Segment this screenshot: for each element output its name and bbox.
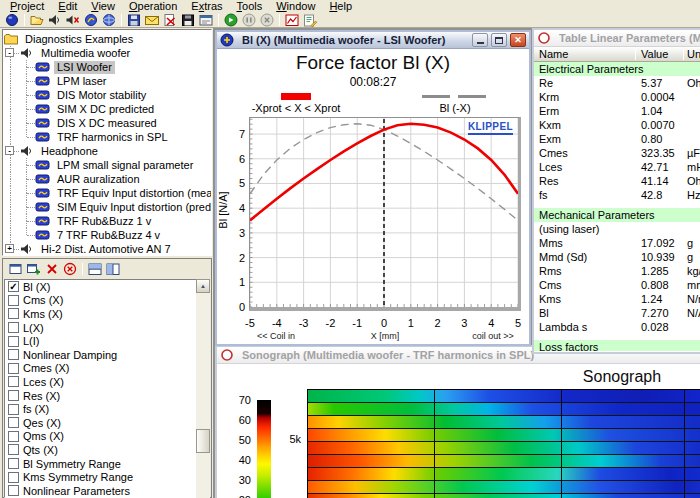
legend-swatch-solid-red[interactable] (281, 93, 311, 100)
split-horizontal-icon[interactable] (86, 262, 104, 277)
table-row[interactable]: Cms0.808mm/N (534, 278, 700, 292)
curve-item-cmes-x-[interactable]: Cmes (X) (5, 362, 197, 376)
scroll-up-button[interactable]: ▲ (196, 279, 210, 293)
window-add-icon[interactable] (25, 262, 43, 277)
column-separator[interactable] (635, 49, 636, 60)
tree-expander[interactable]: - (5, 146, 14, 155)
delete-red-x-icon[interactable] (43, 262, 61, 277)
checkbox-unchecked[interactable] (8, 363, 19, 374)
menu-help[interactable]: Help (322, 0, 359, 13)
curve-item-qts-x-[interactable]: Qts (X) (5, 443, 197, 457)
run-icon[interactable] (222, 13, 240, 28)
tree-expander[interactable]: - (5, 48, 14, 57)
table-row[interactable]: (using laser) (534, 222, 700, 236)
curve-item-qes-x-[interactable]: Qes (X) (5, 416, 197, 430)
menu-project[interactable]: Project (3, 0, 51, 13)
checkbox-unchecked[interactable] (8, 458, 19, 469)
column-header-value[interactable]: Value (641, 48, 668, 60)
table-row[interactable]: Exm0.80 (534, 132, 700, 146)
checkbox-unchecked[interactable] (8, 417, 19, 428)
table-row[interactable]: Re5.37Ohm (534, 76, 700, 90)
chart-red-icon[interactable] (283, 13, 301, 28)
curve-item-qms-x-[interactable]: Qms (X) (5, 430, 197, 444)
app-sphere-icon[interactable] (3, 13, 21, 28)
window-new-icon[interactable] (7, 262, 25, 277)
table-row[interactable]: Kms1.24N/mm (534, 292, 700, 306)
save-black-icon[interactable] (179, 13, 197, 28)
menu-view[interactable]: View (84, 0, 122, 13)
checkbox-unchecked[interactable] (8, 349, 19, 360)
checkbox-unchecked[interactable] (8, 295, 19, 306)
curve-item-l-i-[interactable]: L(I) (5, 334, 197, 348)
stop-icon[interactable] (258, 13, 276, 28)
table-row[interactable]: Kxm0.0070 (534, 118, 700, 132)
db-blue-icon[interactable] (82, 13, 100, 28)
checkbox-unchecked[interactable] (8, 404, 19, 415)
table-row[interactable]: Mms17.092g (534, 236, 700, 250)
menu-edit[interactable]: Edit (51, 0, 84, 13)
close-button[interactable]: ✕ (510, 33, 526, 47)
curve-list-scrollbar[interactable]: ▲ (196, 279, 210, 498)
tree-item-7-trf-rub-buzz-4-v[interactable]: 7 TRF Rub&Buzz 4 v (3, 228, 211, 242)
tree-item-lpm-laser[interactable]: LPM laser (3, 74, 211, 88)
tree-item-sim-x-dc-predicted[interactable]: SIM X DC predicted (3, 102, 211, 116)
tree-expander[interactable]: + (5, 244, 14, 253)
checkbox-checked[interactable]: ✓ (8, 281, 19, 292)
curve-item-lces-x-[interactable]: Lces (X) (5, 375, 197, 389)
table-row[interactable]: Rms1.285kg/s (534, 264, 700, 278)
curve-item-l-x-[interactable]: L(X) (5, 321, 197, 335)
checkbox-unchecked[interactable] (8, 472, 19, 483)
tree-item-dis-motor-stability[interactable]: DIS Motor stability (3, 88, 211, 102)
column-header-units[interactable]: Units (687, 48, 700, 60)
curve-item-kms-symmetry-range[interactable]: Kms Symmetry Range (5, 470, 197, 484)
speaker-icon[interactable] (46, 13, 64, 28)
table-row[interactable]: Lambda s0.028 (534, 320, 700, 334)
delete-page-icon[interactable] (161, 13, 179, 28)
tree-item-trf-harmonics-in-spl[interactable]: TRF harmonics in SPL (3, 130, 211, 144)
curve-item-bl-x-[interactable]: ✓Bl (X) (5, 280, 197, 294)
delete-circle-x-icon[interactable] (61, 262, 79, 277)
curve-item-fs-x-[interactable]: fs (X) (5, 402, 197, 416)
curve-item-kms-x-[interactable]: Kms (X) (5, 307, 197, 321)
curve-item-nonlinear-damping[interactable]: Nonlinear Damping (5, 348, 197, 362)
legend-swatch-dashed-gray[interactable] (422, 95, 488, 98)
open-folder-icon[interactable] (28, 13, 46, 28)
tree-item-trf-rub-buzz-1-v[interactable]: TRF Rub&Buzz 1 v (3, 214, 211, 228)
tree-item-lpm-small-signal-parameter[interactable]: LPM small signal parameter (3, 158, 211, 172)
checkbox-unchecked[interactable] (8, 431, 19, 442)
table-row[interactable]: Bl7.270N/A (534, 306, 700, 320)
menu-tools[interactable]: Tools (230, 0, 270, 13)
curve-item-cms-x-[interactable]: Cms (X) (5, 294, 197, 308)
mail-icon[interactable] (143, 13, 161, 28)
scroll-thumb[interactable] (196, 429, 210, 453)
tree-item-headphone[interactable]: -Headphone (3, 144, 211, 158)
menu-window[interactable]: Window (269, 0, 322, 13)
menu-operation[interactable]: Operation (122, 0, 184, 13)
table-row[interactable]: Cmes323.35µF (534, 146, 700, 160)
table-row[interactable]: Res41.14Ohm (534, 174, 700, 188)
tree-item-aur-auralization[interactable]: AUR auralization (3, 172, 211, 186)
tree-item-lsi-woofer[interactable]: LSI Woofer (3, 60, 211, 74)
table-row[interactable]: Krm0.0004 (534, 90, 700, 104)
table-row[interactable]: Mmd (Sd)10.939g (534, 250, 700, 264)
table-row[interactable]: Lces42.71mH (534, 160, 700, 174)
checkbox-unchecked[interactable] (8, 444, 19, 455)
save-icon[interactable] (125, 13, 143, 28)
tree-item-multimedia-woofer[interactable]: -Multimedia woofer (3, 46, 211, 60)
properties-icon[interactable] (197, 13, 215, 28)
bl-titlebar[interactable]: Bl (X) (Multimedia woofer - LSI Woofer) … (217, 32, 529, 49)
pause-icon[interactable] (240, 13, 258, 28)
minimize-button[interactable] (472, 33, 488, 47)
menu-extras[interactable]: Extras (184, 0, 229, 13)
checkbox-unchecked[interactable] (8, 308, 19, 319)
column-header-name[interactable]: Name (539, 48, 568, 60)
tree-item-hi-2-dist-automotive-an-7[interactable]: +Hi-2 Dist. Automotive AN 7 (3, 242, 211, 256)
table-row[interactable]: Erm1.04 (534, 104, 700, 118)
checkbox-unchecked[interactable] (8, 376, 19, 387)
tree-item-dis-x-dc-measured[interactable]: DIS X DC measured (3, 116, 211, 130)
maximize-button[interactable] (491, 33, 507, 47)
checkbox-unchecked[interactable] (8, 390, 19, 401)
column-separator[interactable] (683, 49, 684, 60)
tree-item-diagnostics-examples[interactable]: Diagnostics Examples (3, 32, 211, 46)
tree-item-sim-equiv-input-distortion-predicted-[interactable]: SIM Equiv Input distortion (predicted) (3, 200, 211, 214)
